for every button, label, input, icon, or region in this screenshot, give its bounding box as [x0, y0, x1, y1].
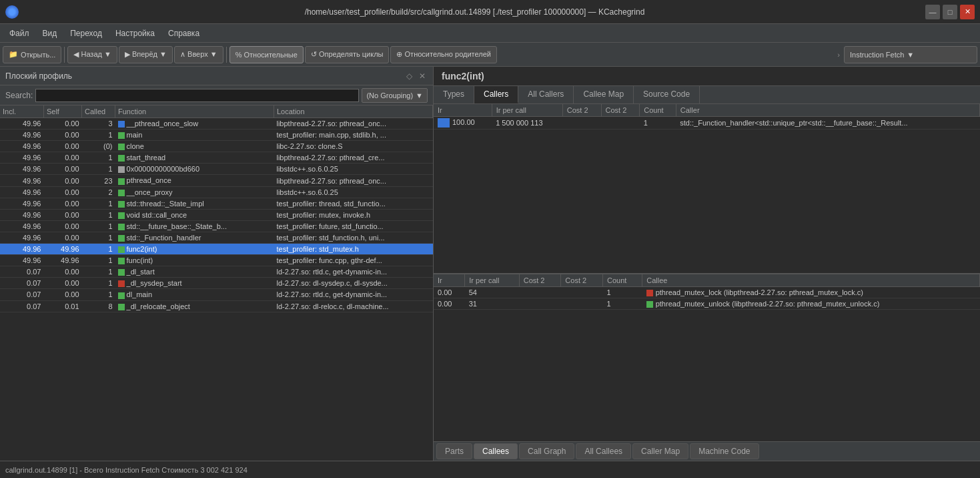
bottom-tab-caller-map[interactable]: Caller Map: [632, 443, 688, 459]
menu-item-вид[interactable]: Вид: [36, 26, 64, 41]
bottom-tab-all-callees[interactable]: All Callees: [576, 443, 631, 459]
caller-bar: [438, 118, 450, 128]
th-self[interactable]: Self: [43, 105, 81, 118]
bottom-tab-call-graph[interactable]: Call Graph: [519, 443, 574, 459]
callers-section[interactable]: IrIr per callCost 2Cost 2CountCaller 100…: [434, 104, 980, 273]
table-row[interactable]: 49.960.001std::_Function_handlertest_pro…: [0, 232, 433, 243]
menu-item-настройка[interactable]: Настройка: [109, 26, 161, 41]
table-row[interactable]: 49.960.001std::__future_base::_State_b..…: [0, 220, 433, 232]
th-callee-ir[interactable]: Ir: [434, 274, 465, 287]
callees-tbody: 0.00541pthread_mutex_lock (libpthread-2.…: [434, 286, 980, 309]
separator2: [226, 47, 227, 63]
color-indicator: [118, 190, 125, 196]
table-row[interactable]: 0.070.001_dl_startld-2.27.so: rtld.c, ge…: [0, 266, 433, 278]
callers-table: IrIr per callCost 2Cost 2CountCaller 100…: [434, 104, 980, 130]
bottom-tab-callees[interactable]: Callees: [474, 443, 518, 459]
table-row[interactable]: 49.960.002__once_proxylibstdc++.so.6.0.2…: [0, 186, 433, 198]
up-button[interactable]: ∧ Вверх ▼: [174, 46, 223, 63]
th-caller[interactable]: Caller: [676, 104, 979, 117]
callee-row[interactable]: 0.00541pthread_mutex_lock (libpthread-2.…: [434, 286, 980, 298]
table-row[interactable]: 49.960.0010x00000000000bd660libstdc++.so…: [0, 164, 433, 175]
status-bar: callgrind.out.14899 [1] - Всего Instruct…: [0, 461, 980, 478]
th-location[interactable]: Location: [274, 105, 432, 118]
menu-item-файл[interactable]: Файл: [3, 26, 36, 41]
maximize-button[interactable]: □: [943, 5, 957, 19]
th-ir[interactable]: Ir: [434, 104, 492, 117]
event-dropdown[interactable]: Instruction Fetch ▼: [844, 46, 977, 63]
color-indicator: [118, 121, 125, 128]
th-callee-cost-2[interactable]: Cost 2: [561, 274, 603, 287]
table-row[interactable]: 49.960.00(0)clonelibc-2.27.so: clone.S: [0, 141, 433, 152]
color-indicator: [118, 155, 125, 162]
forward-button[interactable]: ▶ Вперёд ▼: [119, 46, 173, 63]
window-title: /home/user/test_profiler/build/src/callg…: [24, 7, 925, 17]
th-count[interactable]: Count: [640, 104, 676, 117]
right-tabs-top: TypesCallersAll CallersCallee MapSource …: [434, 86, 980, 104]
right-bottom-section: IrIr per callCost 2Cost 2CountCallee 0.0…: [434, 274, 980, 461]
table-row[interactable]: 49.9649.961func2(int)test_profiler: std_…: [0, 244, 433, 255]
title-bar: /home/user/test_profiler/build/src/callg…: [0, 0, 980, 24]
table-row[interactable]: 49.9649.961func(int)test_profiler: func.…: [0, 255, 433, 266]
cycle-button[interactable]: ↺ Определять циклы: [305, 46, 390, 63]
caller-row[interactable]: 100.001 500 000 1131std::_Function_handl…: [434, 117, 980, 130]
table-row[interactable]: 49.960.001maintest_profiler: main.cpp, s…: [0, 130, 433, 141]
right-panel: func2(int) TypesCallersAll CallersCallee…: [434, 67, 980, 461]
bottom-tab-machine-code[interactable]: Machine Code: [690, 443, 759, 459]
profile-table: Incl. Self Called Function Location 49.9…: [0, 105, 433, 312]
th-callee-cost-2[interactable]: Cost 2: [519, 274, 561, 287]
app-icon: [5, 5, 19, 19]
flat-profile-controls: ◇ ✕: [404, 71, 428, 81]
pin-button[interactable]: ◇: [404, 71, 414, 81]
grouping-dropdown[interactable]: (No Grouping) ▼: [362, 88, 428, 103]
callees-thead: IrIr per callCost 2Cost 2CountCallee: [434, 274, 980, 287]
tab-all-callers[interactable]: All Callers: [518, 86, 574, 103]
minimize-button[interactable]: —: [925, 5, 940, 19]
th-callee-callee[interactable]: Callee: [642, 274, 980, 287]
tab-callee-map[interactable]: Callee Map: [574, 86, 634, 103]
table-row[interactable]: 49.960.003__pthread_once_slowlibpthread-…: [0, 118, 433, 130]
tab-callers[interactable]: Callers: [474, 86, 518, 103]
th-ir-per-call[interactable]: Ir per call: [492, 104, 562, 117]
right-tabs-bottom: PartsCalleesCall GraphAll CalleesCaller …: [434, 441, 980, 461]
table-row[interactable]: 49.960.001std::thread::_State_impltest_p…: [0, 198, 433, 209]
close-panel-button[interactable]: ✕: [417, 71, 428, 81]
color-indicator: [118, 224, 125, 230]
func-title: func2(int): [434, 67, 980, 86]
tab-types[interactable]: Types: [434, 86, 474, 103]
color-indicator: [118, 166, 125, 173]
table-row[interactable]: 49.960.0023pthread_oncelibpthread-2.27.s…: [0, 175, 433, 186]
table-row[interactable]: 0.070.018_dl_relocate_objectld-2.27.so: …: [0, 300, 433, 312]
table-row[interactable]: 0.070.001_dl_sysdep_startld-2.27.so: dl-…: [0, 278, 433, 289]
rel-parent-button[interactable]: ⊕ Относительно родителей: [390, 46, 496, 63]
search-input[interactable]: [35, 89, 359, 102]
menu-item-справка[interactable]: Справка: [161, 26, 206, 41]
th-cost-2[interactable]: Cost 2: [601, 104, 640, 117]
callee-color-indicator: [646, 290, 653, 296]
th-callee-count[interactable]: Count: [602, 274, 642, 287]
open-button[interactable]: 📁 Открыть...: [3, 46, 61, 63]
tab-source-code[interactable]: Source Code: [634, 86, 700, 103]
th-cost-2[interactable]: Cost 2: [562, 104, 601, 117]
th-incl[interactable]: Incl.: [0, 105, 43, 118]
relative-button[interactable]: % Относительные: [229, 46, 304, 63]
th-called[interactable]: Called: [82, 105, 115, 118]
th-callee-ir-per-call[interactable]: Ir per call: [465, 274, 519, 287]
callers-thead: IrIr per callCost 2Cost 2CountCaller: [434, 104, 980, 117]
color-indicator: [118, 132, 125, 139]
status-text: callgrind.out.14899 [1] - Всего Instruct…: [5, 466, 248, 474]
color-indicator: [118, 201, 125, 208]
table-row[interactable]: 49.960.001void std::call_oncetest_profil…: [0, 209, 433, 220]
table-row[interactable]: 49.960.001start_threadlibpthread-2.27.so…: [0, 152, 433, 164]
bottom-tab-parts[interactable]: Parts: [436, 443, 472, 459]
th-function[interactable]: Function: [115, 105, 274, 118]
close-button[interactable]: ✕: [960, 5, 975, 19]
back-button[interactable]: ◀ Назад ▼: [67, 46, 117, 63]
flat-table[interactable]: Incl. Self Called Function Location 49.9…: [0, 105, 433, 461]
left-panel: Плоский профиль ◇ ✕ Search: (No Grouping…: [0, 67, 434, 461]
callee-row[interactable]: 0.00311pthread_mutex_unlock (libpthread-…: [434, 298, 980, 309]
table-row[interactable]: 0.070.001dl_mainld-2.27.so: rtld.c, get-…: [0, 289, 433, 300]
menu-item-переход[interactable]: Переход: [63, 26, 109, 41]
color-indicator: [118, 280, 125, 287]
color-indicator: [118, 258, 125, 264]
callees-section[interactable]: IrIr per callCost 2Cost 2CountCallee 0.0…: [434, 274, 980, 442]
